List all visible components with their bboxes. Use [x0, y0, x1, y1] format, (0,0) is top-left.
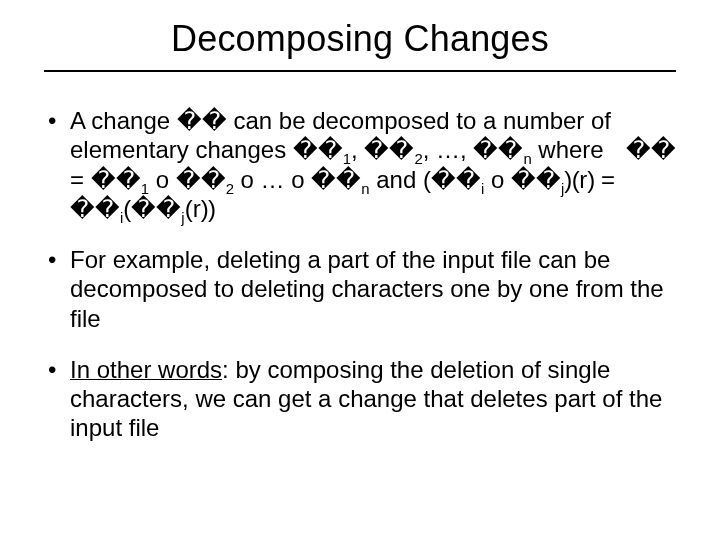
b1-o1: o: [149, 166, 176, 193]
b1-rp: ) =: [587, 166, 614, 193]
b1-eq: =: [70, 166, 91, 193]
b1-rhs-symbol: ��: [626, 135, 676, 164]
b1-change-symbol: ��: [177, 107, 227, 134]
b1-c2: , …,: [423, 136, 474, 163]
b1-tsub2: 2: [226, 180, 234, 196]
b1-text-a: A change: [70, 107, 177, 134]
b1-c1: ,: [351, 136, 364, 163]
b1-di: ��: [70, 195, 120, 222]
b1-dj: ��: [131, 195, 181, 222]
title-rule: [44, 70, 676, 72]
b1-s2: ��: [364, 136, 414, 163]
b1-t2: ��: [176, 166, 226, 193]
b1-where: where: [532, 136, 604, 163]
bullet-2: For example, deleting a part of the inpu…: [44, 245, 676, 333]
b1-tail: )): [201, 195, 216, 222]
b1-lp2: (: [185, 195, 193, 222]
bullet-1: A change �� can be decomposed to a numbe…: [44, 106, 676, 223]
b3-lead: In other words: [70, 356, 222, 383]
b1-t1: ��: [91, 166, 141, 193]
b1-tsubn: n: [361, 180, 369, 196]
b1-cj: ��: [511, 166, 561, 193]
b1-sn: ��: [473, 136, 523, 163]
bullet-3: In other words: by composing the deletio…: [44, 355, 676, 443]
b1-o3: o: [484, 166, 511, 193]
slide: Decomposing Changes A change �� can be d…: [0, 0, 720, 540]
bullet-list: A change �� can be decomposed to a numbe…: [44, 106, 676, 443]
b1-and: and (: [370, 166, 431, 193]
b1-ci: ��: [431, 166, 481, 193]
b1-pr: )(: [564, 166, 579, 193]
slide-title: Decomposing Changes: [44, 18, 676, 60]
b1-o2: o … o: [234, 166, 311, 193]
b1-s1: ��: [293, 136, 343, 163]
b1-r2: r: [193, 195, 201, 222]
b1-tn: ��: [311, 166, 361, 193]
